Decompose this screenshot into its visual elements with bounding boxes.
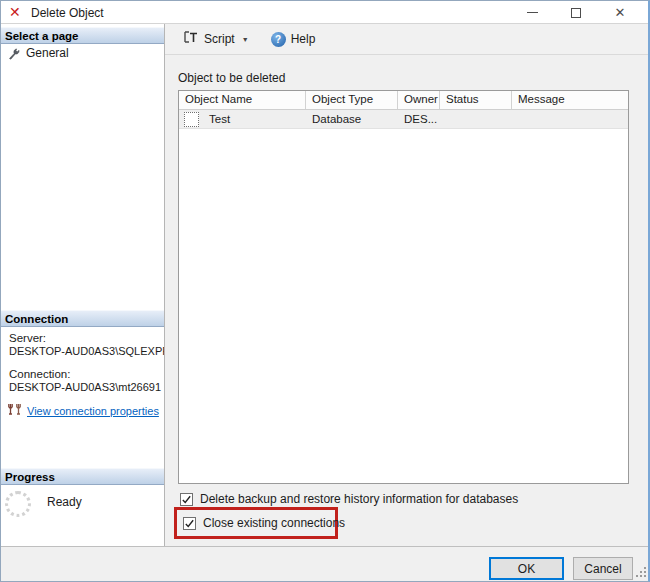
progress-spinner-icon: [5, 491, 31, 517]
highlight-red-box: Close existing connections: [174, 507, 338, 539]
table-row[interactable]: Test Database DES...: [179, 110, 628, 129]
select-a-page-header: Select a page: [1, 27, 164, 44]
toolbar: Script ▼ ? Help: [165, 24, 650, 55]
column-header-message[interactable]: Message: [512, 91, 628, 109]
cell-owner: DES...: [398, 113, 440, 125]
connection-value: DESKTOP-AUD0AS3\mt26691: [9, 381, 161, 393]
progress-header: Progress: [1, 468, 164, 485]
help-icon: ?: [271, 32, 286, 47]
minimize-button[interactable]: [510, 1, 554, 24]
column-header-status[interactable]: Status: [440, 91, 512, 109]
minimize-icon: [527, 12, 538, 13]
sidebar-item-general-label: General: [26, 46, 69, 60]
chevron-down-icon[interactable]: ▼: [242, 36, 249, 43]
window-title: Delete Object: [31, 6, 104, 20]
wrench-icon: [8, 47, 21, 60]
column-header-object-type[interactable]: Object Type: [306, 91, 398, 109]
sidebar-item-general[interactable]: General: [8, 46, 69, 60]
server-value: DESKTOP-AUD0AS3\SQLEXPRE: [9, 345, 178, 357]
server-label: Server:: [9, 332, 46, 344]
script-button-label: Script: [204, 32, 235, 46]
maximize-icon: [571, 8, 581, 18]
cell-object-type: Database: [306, 113, 398, 125]
close-icon: ✕: [615, 6, 626, 19]
footer: OK Cancel: [1, 546, 648, 582]
titlebar: ✕ Delete Object ✕: [1, 1, 648, 24]
close-connections-checkbox-label[interactable]: Close existing connections: [203, 516, 345, 530]
sidebar: Select a page General Connection Server:…: [1, 24, 164, 546]
view-connection-properties[interactable]: View connection properties: [7, 402, 159, 420]
delete-history-checkbox-label[interactable]: Delete backup and restore history inform…: [200, 492, 518, 506]
window-controls: ✕: [510, 1, 642, 24]
grid-header-row: Object Name Object Type Owner Status Mes…: [179, 91, 628, 110]
delete-object-dialog: ✕ Delete Object ✕ Select a page General …: [0, 0, 650, 582]
ok-button[interactable]: OK: [489, 557, 564, 580]
close-button[interactable]: ✕: [598, 1, 642, 24]
objects-grid: Object Name Object Type Owner Status Mes…: [178, 90, 629, 484]
close-connections-checkbox[interactable]: [183, 517, 196, 530]
connection-header: Connection: [1, 310, 164, 327]
script-button[interactable]: Script ▼: [177, 27, 255, 51]
red-x-icon: ✕: [9, 4, 21, 20]
resize-grip[interactable]: [634, 564, 647, 582]
row-selector-box[interactable]: [184, 112, 199, 127]
column-header-owner[interactable]: Owner: [398, 91, 440, 109]
cell-object-name: Test: [209, 113, 230, 125]
script-icon: [183, 30, 199, 48]
help-button-label: Help: [291, 32, 316, 46]
connection-label: Connection:: [9, 368, 70, 380]
delete-history-checkbox-row: Delete backup and restore history inform…: [180, 492, 518, 506]
help-button[interactable]: ? Help: [265, 27, 322, 51]
delete-history-checkbox[interactable]: [180, 493, 193, 506]
column-header-object-name[interactable]: Object Name: [179, 91, 306, 109]
progress-status: Ready: [47, 495, 82, 509]
cancel-button[interactable]: Cancel: [573, 557, 633, 580]
connection-properties-icon: [7, 402, 23, 420]
main-panel: Script ▼ ? Help Object to be deleted Obj…: [164, 24, 650, 546]
view-connection-properties-link[interactable]: View connection properties: [27, 405, 159, 417]
maximize-button[interactable]: [554, 1, 598, 24]
object-to-be-deleted-label: Object to be deleted: [178, 71, 285, 85]
